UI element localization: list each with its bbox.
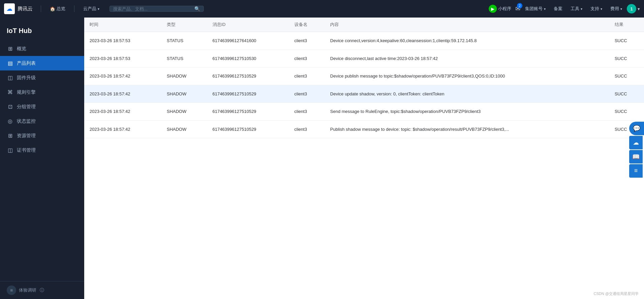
col-time: 时间 xyxy=(84,18,161,32)
cell-type: STATUS xyxy=(161,50,207,67)
table-container[interactable]: 时间 类型 消息ID 设备名 内容 结果 2023-03-26 18:57:53… xyxy=(84,18,644,299)
nav-backup-label: 备案 xyxy=(554,6,562,12)
cell-type: SHADOW xyxy=(161,85,207,103)
cell-content: Device update shadow, version: 0, client… xyxy=(325,85,609,103)
col-type: 类型 xyxy=(161,18,207,32)
cell-content: Device connect,version:4,keepalive:60,cl… xyxy=(325,32,609,50)
nav-group-account-label: 集团账号 xyxy=(525,6,543,12)
cell-type: SHADOW xyxy=(161,103,207,121)
cell-type: SHADOW xyxy=(161,67,207,85)
topnav: ☁ 腾讯云 🏠 总览 云产品 ▾ 🔍 ▶ 小程序 ✉ 2 集团账号 ▾ 备案 工… xyxy=(0,0,644,18)
cell-time: 2023-03-26 18:57:42 xyxy=(84,85,161,103)
sidebar-item-product-list[interactable]: ▤ 产品列表 xyxy=(0,56,84,70)
nav-divider-1 xyxy=(41,5,41,12)
nav-right: ▶ 小程序 ✉ 2 集团账号 ▾ 备案 工具 ▾ 支持 ▾ 费用 ▾ 1 ▾ xyxy=(486,3,640,14)
cell-device: client3 xyxy=(289,103,325,121)
chevron-down-icon: ▾ xyxy=(98,7,99,11)
search-box[interactable]: 🔍 xyxy=(109,6,204,12)
logo-area[interactable]: ☁ 腾讯云 xyxy=(4,3,33,14)
float-list-btn[interactable]: ≡ xyxy=(629,164,643,178)
overview-icon: ⊞ xyxy=(7,46,13,52)
chevron-down-icon-3: ▾ xyxy=(581,7,582,11)
table-header-row: 时间 类型 消息ID 设备名 内容 结果 xyxy=(84,18,644,32)
cell-result: SUCC xyxy=(609,32,644,50)
cell-msg-id: 617463996127510530 xyxy=(207,50,289,67)
resource-mgmt-icon: ⊞ xyxy=(7,132,13,139)
float-chat-btn[interactable]: 💬 xyxy=(629,122,644,135)
sidebar-bottom-label: 体验调研 xyxy=(19,287,36,293)
cell-time: 2023-03-26 18:57:42 xyxy=(84,67,161,85)
mail-badge: 2 xyxy=(517,3,522,8)
cell-device: client3 xyxy=(289,50,325,67)
sidebar-item-overview-label: 概览 xyxy=(17,46,26,52)
nav-cloud-products[interactable]: 云产品 ▾ xyxy=(80,4,103,13)
tencent-cloud-logo: ☁ xyxy=(4,3,15,14)
cell-result: SUCC xyxy=(609,103,644,121)
nav-fee-label: 费用 xyxy=(610,6,619,12)
firmware-icon: ◫ xyxy=(7,74,13,81)
nav-home-label: 总览 xyxy=(57,6,65,12)
survey-question-icon: ⓘ xyxy=(40,287,44,293)
nav-home[interactable]: 🏠 总览 xyxy=(46,4,69,13)
nav-tools[interactable]: 工具 ▾ xyxy=(567,4,586,13)
sidebar-item-status-monitor-label: 状态监控 xyxy=(17,118,36,124)
mini-program-btn[interactable]: ▶ 小程序 xyxy=(486,3,514,14)
cell-device: client3 xyxy=(289,32,325,50)
survey-icon: ≡ xyxy=(7,286,16,295)
book-icon: 📖 xyxy=(632,153,640,160)
chat-icon: 💬 xyxy=(633,125,640,132)
cell-msg-id: 617463996127510529 xyxy=(207,120,289,138)
nav-backup[interactable]: 备案 xyxy=(550,4,566,13)
cell-result: SUCC xyxy=(609,85,644,103)
watermark: CSDN @交通组周星星同学 xyxy=(594,291,639,296)
cell-result: SUCC xyxy=(609,50,644,67)
sidebar-item-cert-mgmt[interactable]: ◫ 证书管理 xyxy=(0,143,84,157)
table-row: 2023-03-26 18:57:53 STATUS 6174639961276… xyxy=(84,32,644,50)
col-content: 内容 xyxy=(325,18,609,32)
sidebar-item-group-mgmt-label: 分组管理 xyxy=(17,104,36,110)
col-msg-id: 消息ID xyxy=(207,18,289,32)
table-row: 2023-03-26 18:57:42 SHADOW 6174639961275… xyxy=(84,67,644,85)
table-body: 2023-03-26 18:57:53 STATUS 6174639961276… xyxy=(84,32,644,138)
table-row: 2023-03-26 18:57:42 SHADOW 6174639961275… xyxy=(84,120,644,138)
cell-content: Publish shadow message to device: topic:… xyxy=(325,120,609,138)
float-cloud-btn[interactable]: ☁ xyxy=(629,136,643,149)
nav-fee[interactable]: 费用 ▾ xyxy=(607,4,625,13)
nav-tools-label: 工具 xyxy=(571,6,579,12)
sidebar-item-resource-mgmt-label: 资源管理 xyxy=(17,133,36,139)
sidebar-item-firmware[interactable]: ◫ 固件升级 xyxy=(0,70,84,85)
float-buttons: 💬 ☁ 📖 ≡ xyxy=(629,122,644,178)
search-icon: 🔍 xyxy=(194,6,200,11)
cell-content: Send message to RuleEngine, topic:$shado… xyxy=(325,103,609,121)
col-result: 结果 xyxy=(609,18,644,32)
cell-msg-id: 617463996127510529 xyxy=(207,103,289,121)
chevron-down-icon-5: ▾ xyxy=(620,7,622,11)
sidebar-item-rule-engine[interactable]: ⌘ 规则引擎 xyxy=(0,85,84,99)
cell-time: 2023-03-26 18:57:42 xyxy=(84,120,161,138)
avatar-chevron-icon: ▾ xyxy=(638,6,640,11)
sidebar-item-group-mgmt[interactable]: ⊡ 分组管理 xyxy=(0,99,84,114)
avatar[interactable]: 1 xyxy=(627,4,636,13)
chevron-down-icon-2: ▾ xyxy=(544,7,546,11)
table-row: 2023-03-26 18:57:53 STATUS 6174639961275… xyxy=(84,50,644,67)
sidebar-bottom-survey[interactable]: ≡ 体验调研 ⓘ xyxy=(0,281,84,299)
search-input[interactable] xyxy=(113,6,192,11)
sidebar-item-resource-mgmt[interactable]: ⊞ 资源管理 xyxy=(0,128,84,143)
cell-type: STATUS xyxy=(161,32,207,50)
cell-msg-id: 617463996127510529 xyxy=(207,67,289,85)
cloud-icon: ☁ xyxy=(633,139,639,146)
cell-content: Device publish message to topic:$shadow/… xyxy=(325,67,609,85)
product-list-icon: ▤ xyxy=(7,60,13,66)
cell-time: 2023-03-26 18:57:53 xyxy=(84,32,161,50)
sidebar-item-overview[interactable]: ⊞ 概览 xyxy=(0,41,84,56)
nav-group-account[interactable]: 集团账号 ▾ xyxy=(522,4,549,13)
home-icon: 🏠 xyxy=(50,6,55,11)
nav-support[interactable]: 支持 ▾ xyxy=(587,4,606,13)
sidebar-item-status-monitor[interactable]: ◎ 状态监控 xyxy=(0,114,84,128)
sidebar-item-firmware-label: 固件升级 xyxy=(17,75,36,81)
cell-msg-id: 617463996127641600 xyxy=(207,32,289,50)
sidebar-item-cert-mgmt-label: 证书管理 xyxy=(17,147,36,153)
cell-result: SUCC xyxy=(609,67,644,85)
float-book-btn[interactable]: 📖 xyxy=(629,150,643,163)
mail-badge-wrap[interactable]: ✉ 2 xyxy=(515,5,520,12)
